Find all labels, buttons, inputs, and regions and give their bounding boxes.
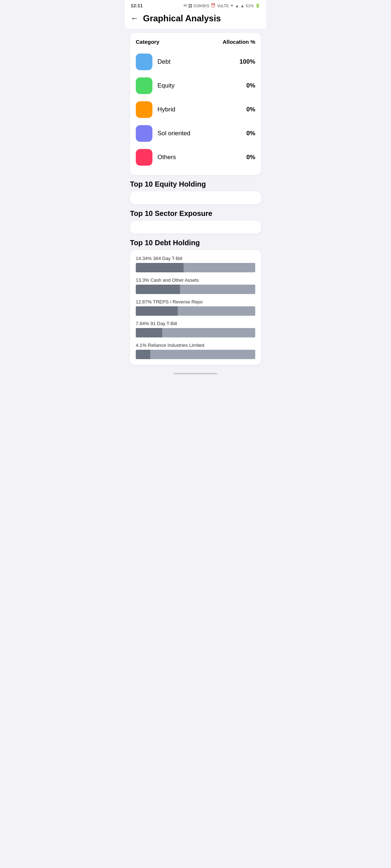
top10-debt-card: 14.34% 364 Day T-Bill 13.3% Cash and Oth… bbox=[130, 250, 261, 365]
color-debt bbox=[136, 54, 152, 70]
network-icon: 018KB/S bbox=[194, 4, 209, 8]
pct-sol-oriented: 0% bbox=[246, 130, 255, 137]
bluetooth-icon: ✳ bbox=[230, 3, 234, 8]
bar-track-3 bbox=[136, 328, 255, 337]
label-equity: Equity bbox=[157, 82, 175, 89]
bar-label-2: 12.87% TREPS / Reverse Repo bbox=[136, 299, 255, 305]
bar-item-4: 4.1% Reliance Industries Limited bbox=[136, 342, 255, 359]
wifi-icon: ▲ bbox=[235, 4, 239, 8]
top10-debt-title: Top 10 Debt Holding bbox=[130, 239, 261, 247]
bar-label-4: 4.1% Reliance Industries Limited bbox=[136, 342, 255, 348]
bar-item-0: 14.34% 364 Day T-Bill bbox=[136, 256, 255, 272]
status-time: 12:11 bbox=[131, 3, 143, 8]
bar-label-1: 13.3% Cash and Other Assets bbox=[136, 277, 255, 283]
color-sol-oriented bbox=[136, 125, 152, 142]
bar-fill-2 bbox=[136, 306, 178, 316]
col-category: Category bbox=[136, 39, 159, 45]
bar-fill-1 bbox=[136, 285, 180, 294]
bar-fill-3 bbox=[136, 328, 162, 337]
label-sol-oriented: Sol oriented bbox=[157, 130, 190, 137]
volte-icon: VoLTE bbox=[217, 4, 229, 8]
top10-equity-card bbox=[130, 191, 261, 204]
top10-debt-section: Top 10 Debt Holding 14.34% 364 Day T-Bil… bbox=[130, 239, 261, 365]
battery-icon: 🔋 bbox=[255, 3, 260, 8]
page-title: Graphical Analysis bbox=[143, 13, 221, 24]
status-bar: 12:11 ✉ 🖼 018KB/S ⏰ VoLTE ✳ ▲ ▲ 51% 🔋 bbox=[125, 0, 266, 10]
color-equity bbox=[136, 77, 152, 94]
pct-others: 0% bbox=[246, 154, 255, 161]
label-others: Others bbox=[157, 154, 176, 161]
header: ← Graphical Analysis bbox=[125, 10, 266, 29]
col-allocation: Allocation % bbox=[223, 39, 255, 45]
top10-sector-card bbox=[130, 221, 261, 234]
alarm-icon: ⏰ bbox=[211, 3, 216, 8]
top10-equity-section: Top 10 Equity Holding bbox=[130, 180, 261, 204]
scroll-bar bbox=[174, 373, 217, 374]
bar-track-2 bbox=[136, 306, 255, 316]
color-hybrid bbox=[136, 101, 152, 118]
bar-item-2: 12.87% TREPS / Reverse Repo bbox=[136, 299, 255, 316]
pct-hybrid: 0% bbox=[246, 106, 255, 113]
bar-track-4 bbox=[136, 350, 255, 359]
top10-sector-section: Top 10 Sector Exposure bbox=[130, 209, 261, 234]
bar-fill-0 bbox=[136, 263, 184, 272]
row-sol-oriented: Sol oriented 0% bbox=[136, 122, 255, 145]
top10-sector-title: Top 10 Sector Exposure bbox=[130, 209, 261, 218]
status-icons: ✉ 🖼 018KB/S ⏰ VoLTE ✳ ▲ ▲ 51% 🔋 bbox=[184, 3, 260, 8]
main-content: Category Allocation % Debt 100% Equity 0… bbox=[125, 29, 266, 380]
row-others: Others 0% bbox=[136, 145, 255, 169]
label-debt: Debt bbox=[157, 58, 171, 65]
bar-fill-4 bbox=[136, 350, 150, 359]
back-button[interactable]: ← bbox=[131, 14, 139, 22]
signal-icon: ▲ bbox=[240, 4, 244, 8]
row-equity: Equity 0% bbox=[136, 74, 255, 98]
mail-icon: ✉ bbox=[184, 3, 187, 8]
bar-track-1 bbox=[136, 285, 255, 294]
scroll-indicator bbox=[130, 370, 261, 376]
pct-debt: 100% bbox=[240, 58, 255, 65]
battery-pct: 51% bbox=[246, 4, 254, 8]
label-hybrid: Hybrid bbox=[157, 106, 175, 113]
bar-track-0 bbox=[136, 263, 255, 272]
color-others bbox=[136, 149, 152, 166]
row-hybrid: Hybrid 0% bbox=[136, 98, 255, 122]
bar-label-0: 14.34% 364 Day T-Bill bbox=[136, 256, 255, 261]
image-icon: 🖼 bbox=[188, 4, 192, 8]
bar-item-3: 7.84% 91 Day T-Bill bbox=[136, 321, 255, 337]
allocation-card: Category Allocation % Debt 100% Equity 0… bbox=[130, 33, 261, 175]
bar-item-1: 13.3% Cash and Other Assets bbox=[136, 277, 255, 294]
top10-equity-title: Top 10 Equity Holding bbox=[130, 180, 261, 188]
row-debt: Debt 100% bbox=[136, 50, 255, 74]
pct-equity: 0% bbox=[246, 82, 255, 89]
bar-label-3: 7.84% 91 Day T-Bill bbox=[136, 321, 255, 326]
allocation-table-header: Category Allocation % bbox=[136, 39, 255, 45]
